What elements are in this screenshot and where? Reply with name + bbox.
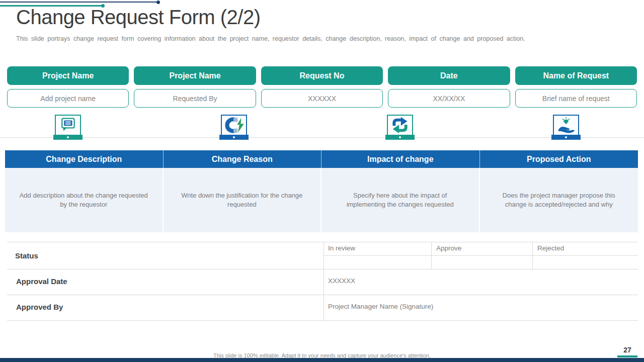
status-approve-check-cell[interactable] <box>432 256 532 268</box>
impact-of-change-cell[interactable]: Specify here about the impact of impleme… <box>321 168 480 232</box>
field-header-date: Date <box>388 66 510 85</box>
proposed-action-cell[interactable]: Does the project manager propose this ch… <box>480 168 638 232</box>
hand-diamond-icon <box>553 115 579 136</box>
approved-by-value[interactable]: Project Manager Name (Signature) <box>328 303 433 310</box>
status-option-approve[interactable]: Approve <box>436 244 461 252</box>
hand-diamond-icon-bar <box>551 135 581 140</box>
impact-of-change-header: Impact of change <box>321 150 480 168</box>
bar-dot <box>565 136 567 138</box>
bar-dot <box>67 136 69 138</box>
field-value-date[interactable]: XX/XX/XX <box>388 89 510 108</box>
form-header-row: Project Name Project Name Request No Dat… <box>7 66 637 85</box>
bar-dot <box>233 136 235 138</box>
field-header-name-of-request: Name of Request <box>515 66 637 85</box>
top-accent-dot-navy <box>156 1 160 4</box>
status-table-line <box>324 242 324 320</box>
change-description-header: Change Description <box>5 150 164 168</box>
field-value-brief-name[interactable]: Brief name of request <box>515 89 637 108</box>
status-in-review-check-cell[interactable] <box>324 256 431 268</box>
top-accent-line-navy <box>0 2 158 3</box>
status-table-line <box>7 242 638 242</box>
approval-date-label: Approval Date <box>16 277 67 286</box>
status-option-in-review[interactable]: In review <box>328 244 355 252</box>
bottom-accent-bar <box>0 358 644 362</box>
bar-dot <box>399 136 401 138</box>
page-title: Change Request Form (2/2) <box>16 6 261 29</box>
page-number: 27 <box>616 346 638 354</box>
change-reason-cell[interactable]: Write down the justification for the cha… <box>164 168 322 232</box>
field-value-requested-by[interactable]: Requested By <box>134 89 256 108</box>
slide-canvas: Change Request Form (2/2) This slide por… <box>0 0 644 362</box>
status-table-line <box>7 295 638 295</box>
status-label: Status <box>15 251 38 260</box>
icon-connector-line <box>0 137 644 138</box>
field-value-request-no[interactable]: XXXXXX <box>261 89 383 108</box>
swap-arrows-icon <box>387 115 413 136</box>
status-rejected-check-cell[interactable] <box>533 256 637 268</box>
page-subtitle: This slide portrays change request form … <box>16 35 529 42</box>
magnet-bolt-icon-bar <box>219 135 249 140</box>
change-table-body: Add description about the change request… <box>5 168 638 232</box>
change-description-cell[interactable]: Add description about the change request… <box>5 168 164 232</box>
magnet-bolt-icon <box>221 115 247 136</box>
approved-by-label: Approved By <box>16 303 63 311</box>
comment-icon <box>55 115 81 136</box>
field-header-project-name-1: Project Name <box>7 66 129 85</box>
field-header-request-no: Request No <box>261 66 383 85</box>
change-reason-header: Change Reason <box>164 150 322 168</box>
approval-date-value[interactable]: XXXXXX <box>328 277 355 285</box>
field-value-project-name[interactable]: Add project name <box>7 89 129 108</box>
page-number-underline <box>617 355 637 357</box>
status-table-line <box>7 269 638 269</box>
change-table-header: Change Description Change Reason Impact … <box>5 150 638 168</box>
status-table-line <box>7 320 638 321</box>
proposed-action-header: Proposed Action <box>480 150 638 168</box>
field-header-project-name-2: Project Name <box>134 66 256 85</box>
status-option-rejected[interactable]: Rejected <box>537 244 564 252</box>
form-value-row: Add project name Requested By XXXXXX XX/… <box>7 89 637 108</box>
swap-arrows-icon-bar <box>385 135 415 140</box>
comment-icon-bar <box>53 135 83 140</box>
